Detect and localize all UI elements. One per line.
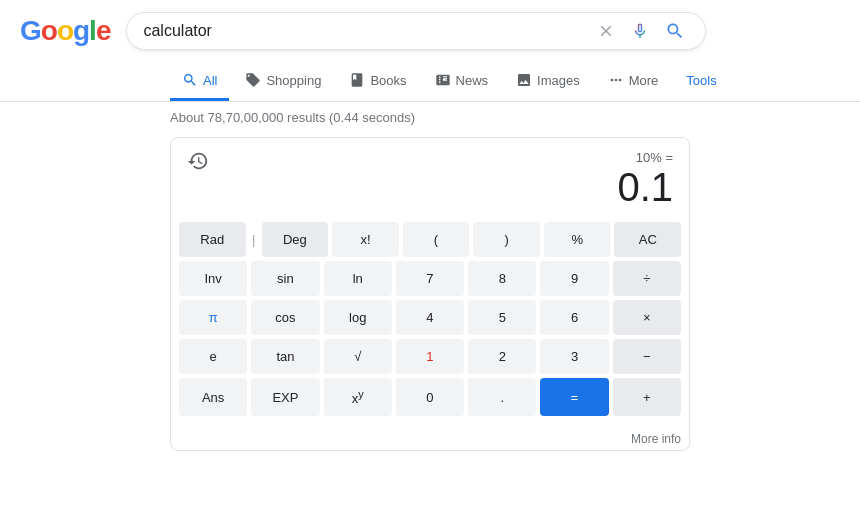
search-button[interactable]	[661, 21, 689, 41]
btn-close-paren[interactable]: )	[473, 222, 540, 257]
btn-tan[interactable]: tan	[251, 339, 319, 374]
dots-icon	[608, 72, 624, 88]
history-button[interactable]	[187, 150, 209, 177]
nav-label-shopping: Shopping	[266, 73, 321, 88]
btn-equals[interactable]: =	[540, 378, 608, 416]
nav-item-news[interactable]: News	[423, 62, 501, 101]
nav-label-images: Images	[537, 73, 580, 88]
btn-ans[interactable]: Ans	[179, 378, 247, 416]
btn-2[interactable]: 2	[468, 339, 536, 374]
calc-row-3: π cos log 4 5 6 ×	[179, 300, 681, 335]
nav-label-news: News	[456, 73, 489, 88]
mic-button[interactable]	[627, 22, 653, 40]
nav-item-books[interactable]: Books	[337, 62, 418, 101]
nav-label-all: All	[203, 73, 217, 88]
nav-item-shopping[interactable]: Shopping	[233, 62, 333, 101]
calculator-result: 10% = 0.1	[617, 150, 673, 210]
btn-3[interactable]: 3	[540, 339, 608, 374]
btn-factorial[interactable]: x!	[332, 222, 399, 257]
calculator-widget: 10% = 0.1 Rad | Deg x! ( ) % AC Inv sin …	[170, 137, 690, 451]
nav-item-more[interactable]: More	[596, 62, 671, 101]
btn-4[interactable]: 4	[396, 300, 464, 335]
btn-subtract[interactable]: −	[613, 339, 681, 374]
search-icon	[665, 21, 685, 41]
btn-8[interactable]: 8	[468, 261, 536, 296]
calc-value: 0.1	[617, 165, 673, 210]
history-icon	[187, 150, 209, 172]
btn-ln[interactable]: ln	[324, 261, 392, 296]
btn-7[interactable]: 7	[396, 261, 464, 296]
btn-divide[interactable]: ÷	[613, 261, 681, 296]
tag-icon	[245, 72, 261, 88]
nav-label-books: Books	[370, 73, 406, 88]
nav-item-all[interactable]: All	[170, 62, 229, 101]
google-logo: Google	[20, 15, 110, 47]
btn-0[interactable]: 0	[396, 378, 464, 416]
calc-row-1: Rad | Deg x! ( ) % AC	[179, 222, 681, 257]
tools-button[interactable]: Tools	[674, 63, 728, 101]
btn-power[interactable]: xy	[324, 378, 392, 416]
btn-sin[interactable]: sin	[251, 261, 319, 296]
nav-item-images[interactable]: Images	[504, 62, 592, 101]
calculator-display: 10% = 0.1	[171, 138, 689, 218]
newspaper-icon	[435, 72, 451, 88]
search-input[interactable]	[143, 22, 585, 40]
nav-label-more: More	[629, 73, 659, 88]
btn-ac[interactable]: AC	[614, 222, 681, 257]
image-icon	[516, 72, 532, 88]
book-icon	[349, 72, 365, 88]
btn-e[interactable]: e	[179, 339, 247, 374]
btn-open-paren[interactable]: (	[403, 222, 470, 257]
more-info-button[interactable]: More info	[171, 428, 689, 450]
btn-rad[interactable]: Rad	[179, 222, 246, 257]
btn-divider: |	[250, 222, 258, 257]
btn-cos[interactable]: cos	[251, 300, 319, 335]
close-icon	[597, 22, 615, 40]
nav-bar: All Shopping Books News Images More Tool…	[0, 62, 860, 102]
calc-row-4: e tan √ 1 2 3 −	[179, 339, 681, 374]
calc-expression: 10% =	[617, 150, 673, 165]
btn-multiply[interactable]: ×	[613, 300, 681, 335]
calc-row-5: Ans EXP xy 0 . = +	[179, 378, 681, 416]
btn-deg[interactable]: Deg	[262, 222, 329, 257]
calc-row-2: Inv sin ln 7 8 9 ÷	[179, 261, 681, 296]
btn-exp[interactable]: EXP	[251, 378, 319, 416]
btn-log[interactable]: log	[324, 300, 392, 335]
btn-percent[interactable]: %	[544, 222, 611, 257]
btn-9[interactable]: 9	[540, 261, 608, 296]
mic-icon	[631, 22, 649, 40]
results-info: About 78,70,00,000 results (0.44 seconds…	[0, 102, 860, 133]
header: Google	[0, 0, 860, 62]
btn-add[interactable]: +	[613, 378, 681, 416]
btn-inv[interactable]: Inv	[179, 261, 247, 296]
calculator-buttons: Rad | Deg x! ( ) % AC Inv sin ln 7 8 9 ÷…	[171, 218, 689, 428]
clear-button[interactable]	[593, 22, 619, 40]
btn-sqrt[interactable]: √	[324, 339, 392, 374]
btn-5[interactable]: 5	[468, 300, 536, 335]
btn-pi[interactable]: π	[179, 300, 247, 335]
btn-decimal[interactable]: .	[468, 378, 536, 416]
search-bar	[126, 12, 706, 50]
search-nav-icon	[182, 72, 198, 88]
btn-6[interactable]: 6	[540, 300, 608, 335]
btn-1[interactable]: 1	[396, 339, 464, 374]
